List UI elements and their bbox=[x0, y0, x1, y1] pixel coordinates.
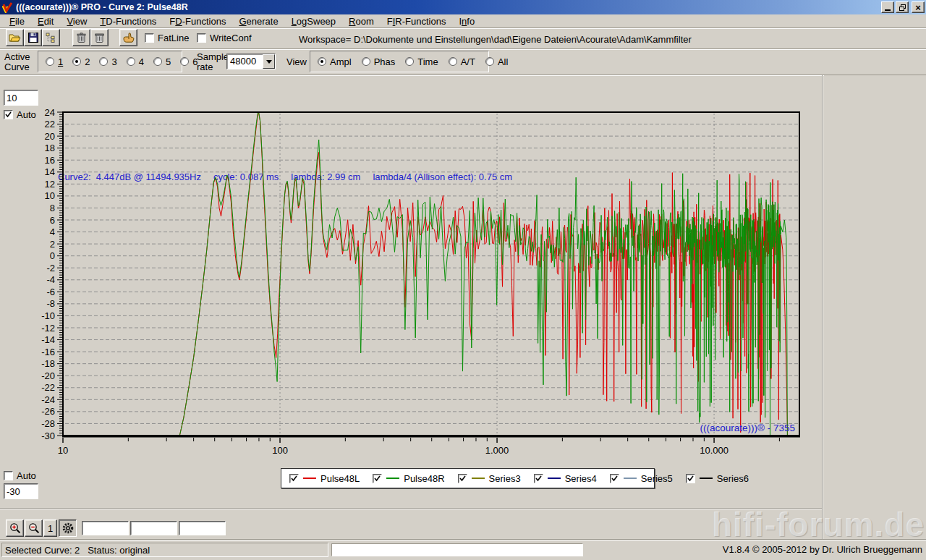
svg-text:-24: -24 bbox=[41, 394, 55, 405]
menu-edit[interactable]: Edit bbox=[31, 15, 60, 27]
menu-file[interactable]: File bbox=[3, 15, 31, 27]
menu-bar: FileEditViewTD-FunctionsFD-FunctionsGene… bbox=[0, 14, 926, 27]
open-file-button[interactable] bbox=[6, 29, 24, 46]
svg-text:-10: -10 bbox=[41, 310, 55, 321]
menu-view[interactable]: View bbox=[60, 15, 93, 27]
curve-toolbar: Active Curve 123456 Sample rate 48000 Vi… bbox=[0, 50, 926, 74]
curve-radio-2[interactable]: 2 bbox=[72, 56, 90, 67]
ymax-input[interactable] bbox=[4, 90, 38, 106]
curve-radio-6[interactable]: 6 bbox=[180, 56, 197, 67]
view-radio-at[interactable]: A/T bbox=[449, 56, 475, 67]
legend-checkbox[interactable] bbox=[610, 474, 619, 483]
zoom-out-button[interactable] bbox=[25, 519, 43, 537]
legend-item-pulse48l[interactable]: Pulse48L bbox=[289, 473, 360, 484]
svg-text:18: 18 bbox=[45, 143, 55, 153]
svg-text:10.000: 10.000 bbox=[700, 445, 729, 456]
panel-divider[interactable] bbox=[822, 75, 823, 539]
svg-text:-30: -30 bbox=[41, 430, 55, 441]
legend-color-dash bbox=[472, 478, 485, 479]
delete-all-button[interactable] bbox=[90, 29, 109, 46]
legend-label: Series5 bbox=[641, 473, 673, 484]
legend-label: Series6 bbox=[717, 473, 749, 484]
curve-manager-button[interactable] bbox=[42, 29, 60, 46]
zoom-toolbar: 1 bbox=[0, 518, 822, 538]
svg-text:-4: -4 bbox=[46, 274, 55, 285]
legend-item-series4[interactable]: Series4 bbox=[534, 473, 597, 484]
svg-text:4: 4 bbox=[50, 226, 55, 237]
svg-text:12: 12 bbox=[45, 179, 55, 190]
menu-fir-functions[interactable]: FIR-Functions bbox=[381, 15, 453, 27]
svg-text:-2: -2 bbox=[46, 263, 55, 273]
menu-generate[interactable]: Generate bbox=[232, 15, 284, 27]
sample-rate-value: 48000 bbox=[227, 54, 263, 69]
title-bar: (((acourate)))® PRO - Curve 2: Pulse48R … bbox=[0, 0, 926, 14]
view-radio-phas[interactable]: Phas bbox=[362, 56, 396, 67]
legend-color-dash bbox=[303, 478, 316, 479]
curve-radio-4[interactable]: 4 bbox=[127, 56, 144, 67]
legend-checkbox[interactable] bbox=[686, 474, 695, 483]
legend-checkbox[interactable] bbox=[373, 474, 382, 483]
legend-item-series3[interactable]: Series3 bbox=[458, 473, 521, 484]
ymin-auto-checkbox[interactable] bbox=[4, 471, 13, 480]
menu-logsweep[interactable]: LogSweep bbox=[285, 15, 342, 27]
legend-checkbox[interactable] bbox=[458, 474, 467, 483]
zoom-reset-button[interactable]: 1 bbox=[43, 519, 57, 537]
sample-rate-select[interactable]: 48000 bbox=[226, 54, 276, 69]
legend-label: Pulse48L bbox=[320, 473, 360, 484]
view-radio-ampl[interactable]: Ampl bbox=[318, 56, 352, 67]
hand-tool-button[interactable] bbox=[119, 29, 137, 46]
svg-text:8: 8 bbox=[50, 203, 55, 213]
zoom-range-field-3[interactable] bbox=[179, 521, 226, 535]
zoom-in-button[interactable] bbox=[6, 519, 24, 537]
status-text: Selected Curve: 2 Status: original bbox=[1, 543, 328, 557]
zoom-range-field-1[interactable] bbox=[82, 521, 129, 535]
legend-label: Series3 bbox=[489, 473, 521, 484]
save-button[interactable] bbox=[24, 29, 42, 46]
status-bar: Selected Curve: 2 Status: original V1.8.… bbox=[0, 540, 926, 560]
svg-text:100: 100 bbox=[272, 445, 288, 456]
zoom-range-field-2[interactable] bbox=[130, 521, 177, 535]
zoom-out-icon bbox=[28, 522, 40, 534]
view-label: View bbox=[286, 57, 307, 67]
view-group: AmplPhasTimeA/TAll bbox=[310, 51, 489, 72]
chevron-down-icon[interactable] bbox=[263, 54, 275, 69]
ymin-input[interactable] bbox=[4, 483, 38, 499]
floppy-disk-icon bbox=[28, 33, 38, 43]
delete-curve-button[interactable] bbox=[72, 29, 90, 46]
svg-text:6: 6 bbox=[50, 215, 55, 226]
minimize-button[interactable] bbox=[881, 1, 894, 13]
version-text: V1.8.4 © 2005-2012 by Dr. Ulrich Bruegge… bbox=[723, 544, 922, 555]
menu-info[interactable]: Info bbox=[452, 15, 481, 27]
svg-text:2: 2 bbox=[50, 239, 55, 250]
close-button[interactable]: × bbox=[912, 1, 925, 13]
acourate-window: { "window": { "title": "(((acourate)))® … bbox=[0, 0, 926, 560]
series-legend: Pulse48LPulse48RSeries3Series4Series5Ser… bbox=[281, 468, 655, 488]
legend-item-pulse48r[interactable]: Pulse48R bbox=[373, 473, 444, 484]
menu-td-functions[interactable]: TD-Functions bbox=[93, 15, 163, 27]
svg-text:16: 16 bbox=[45, 155, 55, 166]
view-radio-all[interactable]: All bbox=[485, 56, 508, 67]
svg-text:-22: -22 bbox=[41, 382, 55, 393]
legend-color-dash bbox=[386, 478, 399, 479]
svg-text:-18: -18 bbox=[41, 358, 55, 369]
frequency-response-chart[interactable]: 242220181614121086420-2-4-6-8-10-12-14-1… bbox=[29, 106, 810, 464]
svg-text:-16: -16 bbox=[41, 347, 55, 357]
legend-checkbox[interactable] bbox=[289, 474, 299, 483]
menu-fd-functions[interactable]: FD-Functions bbox=[163, 15, 232, 27]
writeconf-checkbox[interactable] bbox=[197, 33, 206, 43]
menu-room[interactable]: Room bbox=[342, 15, 381, 27]
legend-item-series5[interactable]: Series5 bbox=[610, 473, 673, 484]
curve-radio-1[interactable]: 1 bbox=[46, 56, 63, 67]
legend-checkbox[interactable] bbox=[534, 474, 543, 483]
fatline-checkbox[interactable] bbox=[145, 33, 154, 43]
legend-item-series6[interactable]: Series6 bbox=[686, 473, 749, 484]
ymin-auto-option: Auto bbox=[4, 470, 36, 481]
settings-button[interactable] bbox=[59, 519, 77, 537]
curve-radio-5[interactable]: 5 bbox=[153, 56, 171, 67]
view-radio-time[interactable]: Time bbox=[405, 56, 438, 67]
restore-button[interactable] bbox=[896, 1, 909, 13]
gear-icon bbox=[62, 522, 74, 534]
curve-radio-3[interactable]: 3 bbox=[99, 56, 116, 67]
main-toolbar: FatLine WriteConf Workspace= D:\Dokument… bbox=[0, 29, 926, 48]
ymax-auto-checkbox[interactable] bbox=[4, 110, 13, 119]
